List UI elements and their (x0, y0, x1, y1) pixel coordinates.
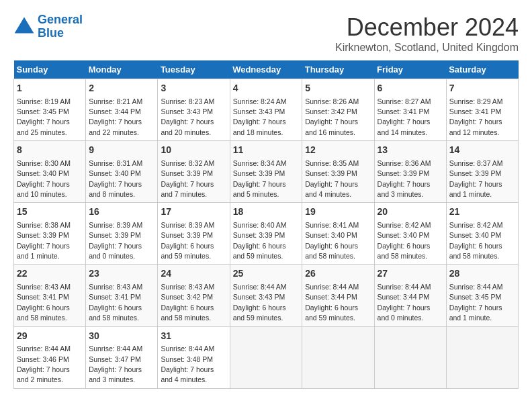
col-friday: Friday (374, 60, 446, 79)
table-row: 5Sunrise: 8:26 AMSunset: 3:42 PMDaylight… (302, 79, 374, 141)
table-row: 3Sunrise: 8:23 AMSunset: 3:43 PMDaylight… (158, 79, 230, 141)
day-info: Sunrise: 8:44 AMSunset: 3:45 PMDaylight:… (449, 283, 503, 322)
day-number: 21 (449, 205, 515, 219)
day-info: Sunrise: 8:37 AMSunset: 3:39 PMDaylight:… (449, 159, 503, 198)
day-info: Sunrise: 8:40 AMSunset: 3:39 PMDaylight:… (233, 221, 287, 260)
day-info: Sunrise: 8:24 AMSunset: 3:43 PMDaylight:… (233, 97, 287, 136)
table-row: 23Sunrise: 8:43 AMSunset: 3:41 PMDayligh… (86, 265, 158, 326)
day-number: 11 (233, 144, 300, 157)
day-info: Sunrise: 8:39 AMSunset: 3:39 PMDaylight:… (161, 221, 214, 260)
calendar-row: 8Sunrise: 8:30 AMSunset: 3:40 PMDaylight… (14, 141, 519, 203)
day-number: 28 (449, 267, 515, 281)
day-number: 5 (305, 82, 371, 95)
day-info: Sunrise: 8:42 AMSunset: 3:40 PMDaylight:… (378, 221, 431, 260)
logo-text: General Blue (38, 13, 83, 40)
table-row: 21Sunrise: 8:42 AMSunset: 3:40 PMDayligh… (446, 203, 518, 265)
day-number: 4 (233, 82, 300, 95)
day-info: Sunrise: 8:36 AMSunset: 3:39 PMDaylight:… (378, 159, 431, 198)
calendar-row: 29Sunrise: 8:44 AMSunset: 3:46 PMDayligh… (14, 326, 519, 388)
day-number: 31 (161, 330, 226, 343)
page-header: General Blue December 2024 Kirknewton, S… (13, 13, 519, 54)
day-number: 8 (17, 144, 83, 157)
day-number: 23 (89, 267, 154, 281)
logo: General Blue (13, 13, 83, 40)
day-number: 6 (378, 82, 443, 95)
month-title: December 2024 (335, 13, 519, 42)
table-row: 7Sunrise: 8:29 AMSunset: 3:41 PMDaylight… (446, 79, 518, 141)
day-number: 9 (89, 144, 154, 157)
day-number: 1 (17, 82, 83, 95)
table-row: 30Sunrise: 8:44 AMSunset: 3:47 PMDayligh… (86, 326, 158, 388)
table-row: 10Sunrise: 8:32 AMSunset: 3:39 PMDayligh… (158, 141, 230, 203)
day-number: 30 (89, 330, 154, 343)
calendar-table: Sunday Monday Tuesday Wednesday Thursday… (13, 60, 519, 389)
day-info: Sunrise: 8:44 AMSunset: 3:47 PMDaylight:… (89, 345, 142, 383)
table-row: 12Sunrise: 8:35 AMSunset: 3:39 PMDayligh… (302, 141, 374, 203)
col-wednesday: Wednesday (230, 60, 302, 79)
day-number: 18 (233, 205, 300, 219)
day-number: 25 (233, 267, 300, 281)
table-row (374, 326, 446, 388)
day-info: Sunrise: 8:19 AMSunset: 3:45 PMDaylight:… (17, 97, 71, 136)
day-info: Sunrise: 8:44 AMSunset: 3:48 PMDaylight:… (161, 345, 214, 383)
day-info: Sunrise: 8:43 AMSunset: 3:41 PMDaylight:… (89, 283, 142, 322)
table-row: 28Sunrise: 8:44 AMSunset: 3:45 PMDayligh… (446, 265, 518, 326)
table-row: 11Sunrise: 8:34 AMSunset: 3:39 PMDayligh… (230, 141, 302, 203)
table-row: 4Sunrise: 8:24 AMSunset: 3:43 PMDaylight… (230, 79, 302, 141)
col-thursday: Thursday (302, 60, 374, 79)
day-number: 20 (378, 205, 443, 219)
day-number: 27 (378, 267, 443, 281)
day-info: Sunrise: 8:21 AMSunset: 3:44 PMDaylight:… (89, 97, 142, 136)
day-number: 14 (449, 144, 515, 157)
table-row: 22Sunrise: 8:43 AMSunset: 3:41 PMDayligh… (14, 265, 86, 326)
day-info: Sunrise: 8:44 AMSunset: 3:46 PMDaylight:… (17, 345, 71, 383)
day-number: 15 (17, 205, 83, 219)
day-info: Sunrise: 8:44 AMSunset: 3:43 PMDaylight:… (233, 283, 287, 322)
calendar-row: 22Sunrise: 8:43 AMSunset: 3:41 PMDayligh… (14, 265, 519, 326)
day-info: Sunrise: 8:44 AMSunset: 3:44 PMDaylight:… (305, 283, 359, 322)
calendar-row: 1Sunrise: 8:19 AMSunset: 3:45 PMDaylight… (14, 79, 519, 141)
day-info: Sunrise: 8:43 AMSunset: 3:41 PMDaylight:… (17, 283, 71, 322)
table-row (446, 326, 518, 388)
day-info: Sunrise: 8:26 AMSunset: 3:42 PMDaylight:… (305, 97, 359, 136)
table-row: 16Sunrise: 8:39 AMSunset: 3:39 PMDayligh… (86, 203, 158, 265)
table-row: 6Sunrise: 8:27 AMSunset: 3:41 PMDaylight… (374, 79, 446, 141)
day-number: 29 (17, 330, 83, 343)
day-info: Sunrise: 8:44 AMSunset: 3:44 PMDaylight:… (378, 283, 431, 322)
col-saturday: Saturday (446, 60, 518, 79)
day-number: 2 (89, 82, 154, 95)
table-row: 26Sunrise: 8:44 AMSunset: 3:44 PMDayligh… (302, 265, 374, 326)
day-info: Sunrise: 8:39 AMSunset: 3:39 PMDaylight:… (89, 221, 142, 260)
col-sunday: Sunday (14, 60, 86, 79)
day-info: Sunrise: 8:43 AMSunset: 3:42 PMDaylight:… (161, 283, 214, 322)
location: Kirknewton, Scotland, United Kingdom (335, 42, 519, 54)
table-row: 14Sunrise: 8:37 AMSunset: 3:39 PMDayligh… (446, 141, 518, 203)
table-row: 29Sunrise: 8:44 AMSunset: 3:46 PMDayligh… (14, 326, 86, 388)
day-info: Sunrise: 8:38 AMSunset: 3:39 PMDaylight:… (17, 221, 71, 260)
day-number: 16 (89, 205, 154, 219)
table-row: 15Sunrise: 8:38 AMSunset: 3:39 PMDayligh… (14, 203, 86, 265)
logo-icon (13, 16, 35, 38)
day-info: Sunrise: 8:42 AMSunset: 3:40 PMDaylight:… (449, 221, 503, 260)
header-row: Sunday Monday Tuesday Wednesday Thursday… (14, 60, 519, 79)
day-info: Sunrise: 8:23 AMSunset: 3:43 PMDaylight:… (161, 97, 214, 136)
day-number: 19 (305, 205, 371, 219)
table-row: 20Sunrise: 8:42 AMSunset: 3:40 PMDayligh… (374, 203, 446, 265)
day-info: Sunrise: 8:41 AMSunset: 3:40 PMDaylight:… (305, 221, 359, 260)
table-row: 1Sunrise: 8:19 AMSunset: 3:45 PMDaylight… (14, 79, 86, 141)
table-row: 25Sunrise: 8:44 AMSunset: 3:43 PMDayligh… (230, 265, 302, 326)
day-info: Sunrise: 8:32 AMSunset: 3:39 PMDaylight:… (161, 159, 214, 198)
day-number: 26 (305, 267, 371, 281)
table-row: 24Sunrise: 8:43 AMSunset: 3:42 PMDayligh… (158, 265, 230, 326)
col-monday: Monday (86, 60, 158, 79)
table-row: 19Sunrise: 8:41 AMSunset: 3:40 PMDayligh… (302, 203, 374, 265)
day-number: 17 (161, 205, 226, 219)
col-tuesday: Tuesday (158, 60, 230, 79)
day-info: Sunrise: 8:30 AMSunset: 3:40 PMDaylight:… (17, 159, 71, 198)
day-number: 13 (378, 144, 443, 157)
table-row: 18Sunrise: 8:40 AMSunset: 3:39 PMDayligh… (230, 203, 302, 265)
title-section: December 2024 Kirknewton, Scotland, Unit… (335, 13, 519, 54)
table-row: 2Sunrise: 8:21 AMSunset: 3:44 PMDaylight… (86, 79, 158, 141)
calendar-row: 15Sunrise: 8:38 AMSunset: 3:39 PMDayligh… (14, 203, 519, 265)
table-row: 8Sunrise: 8:30 AMSunset: 3:40 PMDaylight… (14, 141, 86, 203)
